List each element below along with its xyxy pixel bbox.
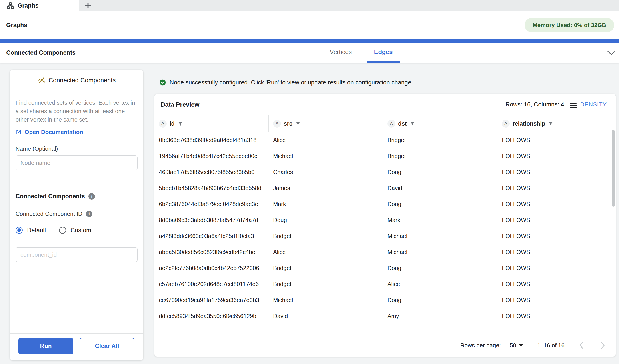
memory-usage-badge: Memory Used: 0% of 32GB — [525, 18, 614, 32]
table-row[interactable]: c57aeb76100e202d648e7ccf801174e6 Bridget… — [155, 276, 616, 292]
cell-src: David — [269, 313, 383, 320]
density-button[interactable]: DENSITY — [570, 101, 607, 108]
cell-dst: David — [383, 185, 497, 192]
node-config-header: Connected Components — [10, 70, 143, 91]
column-header-relationship[interactable]: A relationship — [497, 115, 616, 132]
table-row[interactable]: ae2c2fc776b08a0db0c4b42e57522306 Bridget… — [155, 260, 616, 276]
radio-custom-label: Custom — [71, 227, 91, 234]
cell-relationship: FOLLOWS — [497, 281, 616, 288]
chevron-down-icon — [607, 50, 616, 56]
previous-page-button[interactable] — [577, 341, 586, 350]
cell-id: ce67090ed19ca91fa1759ca36ea7e3b3 — [155, 297, 269, 304]
cell-dst: Alice — [383, 281, 497, 288]
plus-icon — [84, 2, 92, 9]
panel-actions: Run Clear All — [10, 333, 143, 361]
string-type-icon: A — [502, 120, 510, 127]
app-header-body: Memory Used: 0% of 32GB — [37, 11, 619, 39]
cell-id: c57aeb76100e202d648e7ccf801174e6 — [155, 281, 269, 288]
browser-tab-strip: Graphs — [0, 0, 619, 11]
table-row[interactable]: 0fe363e7638d39f0ed9a04dcf481a318 Alice B… — [155, 132, 616, 148]
cell-id: 19456af71b4e0d8c4f7c42e55ecbe00c — [155, 153, 269, 160]
section-title-cell: Connected Components — [0, 43, 89, 63]
cell-relationship: FOLLOWS — [497, 153, 616, 160]
cell-relationship: FOLLOWS — [497, 169, 616, 176]
tab-vertices[interactable]: Vertices — [323, 43, 359, 63]
rows-columns-summary: Rows: 16, Columns: 4 — [506, 101, 564, 108]
component-id-radio-group: Default Custom — [15, 227, 138, 234]
filter-icon[interactable] — [548, 121, 553, 126]
filter-icon[interactable] — [410, 121, 415, 126]
rows-per-page-select[interactable]: 50 — [510, 342, 523, 349]
cell-id: 8d0ba09c3e3abdb3087faf5477d74a7d — [155, 217, 269, 224]
cell-dst: Michael — [383, 249, 497, 255]
cell-id: ddfce58934f5d9ea3550e6f9c656129b — [155, 313, 269, 320]
cell-src: Mark — [269, 201, 383, 208]
table-scrollbar[interactable] — [612, 130, 615, 207]
table-header-row: A id A src A dst A relationship — [155, 115, 616, 132]
page-title: Graphs — [6, 22, 27, 29]
column-header-src[interactable]: A src — [269, 115, 383, 132]
table-row[interactable]: abba5f30dcdf56c0823f6c9cdb42c4be Alice M… — [155, 244, 616, 260]
cell-relationship: FOLLOWS — [497, 137, 616, 143]
info-icon[interactable]: i — [88, 193, 95, 199]
cell-relationship: FOLLOWS — [497, 249, 616, 255]
pagination-range: 1–16 of 16 — [537, 342, 564, 349]
radio-default[interactable]: Default — [15, 227, 46, 234]
open-documentation-label: Open Documentation — [25, 129, 83, 136]
run-button[interactable]: Run — [18, 338, 73, 354]
cell-relationship: FOLLOWS — [497, 313, 616, 320]
collapse-panel-button[interactable] — [607, 43, 616, 63]
radio-default-control[interactable] — [15, 227, 23, 234]
cell-dst: Mark — [383, 217, 497, 224]
table-row[interactable]: 5beeb1b45828a4b893b67b4cd33e558d James D… — [155, 180, 616, 196]
graph-hierarchy-icon — [7, 2, 14, 9]
open-documentation-link[interactable]: Open Documentation — [15, 129, 138, 136]
component-id-input[interactable] — [15, 247, 138, 262]
next-page-button[interactable] — [598, 341, 607, 350]
cell-dst: Doug — [383, 265, 497, 272]
cell-src: Michael — [269, 297, 383, 304]
radio-default-label: Default — [27, 227, 46, 234]
radio-custom-control[interactable] — [59, 227, 66, 234]
external-link-icon — [15, 129, 22, 135]
table-row[interactable]: ddfce58934f5d9ea3550e6f9c656129b David A… — [155, 308, 616, 324]
node-name-input[interactable] — [15, 155, 138, 170]
clear-all-button[interactable]: Clear All — [80, 338, 134, 354]
column-header-id[interactable]: A id — [155, 115, 269, 132]
tab-edges[interactable]: Edges — [367, 43, 400, 63]
algorithm-group-title: Connected Components — [15, 193, 85, 200]
table-footer: Rows per page: 50 1–16 of 16 — [155, 334, 616, 357]
table-row[interactable]: a428f3ddc3663c03a6a4fc25d1f0cfa3 Bridget… — [155, 228, 616, 244]
table-row[interactable]: 19456af71b4e0d8c4f7c42e55ecbe00c Michael… — [155, 148, 616, 164]
filter-icon[interactable] — [178, 121, 183, 126]
new-tab-button[interactable] — [79, 0, 97, 11]
cell-id: 46f3ae17d56ff85cc8075f855e83b5b0 — [155, 169, 269, 176]
cell-src: Charles — [269, 169, 383, 176]
table-row[interactable]: 6b2e3876044ef3a879ecf0428de9ae3e Mark Do… — [155, 196, 616, 212]
cell-dst: Bridget — [383, 153, 497, 160]
node-description: Find connected sets of vertices. Each ve… — [15, 98, 138, 124]
cell-dst: Doug — [383, 169, 497, 176]
rows-per-page-value: 50 — [510, 342, 516, 349]
info-icon[interactable]: i — [86, 211, 92, 217]
cell-src: Doug — [269, 217, 383, 224]
table-row[interactable]: ce67090ed19ca91fa1759ca36ea7e3b3 Michael… — [155, 292, 616, 308]
rows-per-page-label: Rows per page: — [460, 342, 501, 349]
table-row[interactable]: 46f3ae17d56ff85cc8075f855e83b5b0 Charles… — [155, 164, 616, 180]
cell-src: Alice — [269, 137, 383, 143]
view-tabs: Vertices Edges — [323, 43, 400, 63]
radio-custom[interactable]: Custom — [59, 227, 91, 234]
column-header-dst[interactable]: A dst — [383, 115, 497, 132]
filter-icon[interactable] — [295, 121, 301, 126]
status-message: Node successfully configured. Click 'Run… — [169, 79, 413, 86]
cell-id: a428f3ddc3663c03a6a4fc25d1f0cfa3 — [155, 233, 269, 239]
tab-graphs-label: Graphs — [17, 2, 39, 9]
tab-graphs[interactable]: Graphs — [0, 0, 79, 11]
cell-id: 0fe363e7638d39f0ed9a04dcf481a318 — [155, 137, 269, 143]
table-row[interactable]: 8d0ba09c3e3abdb3087faf5477d74a7d Doug Ma… — [155, 212, 616, 228]
cell-src: Alice — [269, 249, 383, 255]
connected-components-icon — [38, 76, 45, 84]
cell-relationship: FOLLOWS — [497, 185, 616, 192]
cell-src: Bridget — [269, 233, 383, 239]
content-area: Connected Components Find connected sets… — [0, 63, 619, 364]
